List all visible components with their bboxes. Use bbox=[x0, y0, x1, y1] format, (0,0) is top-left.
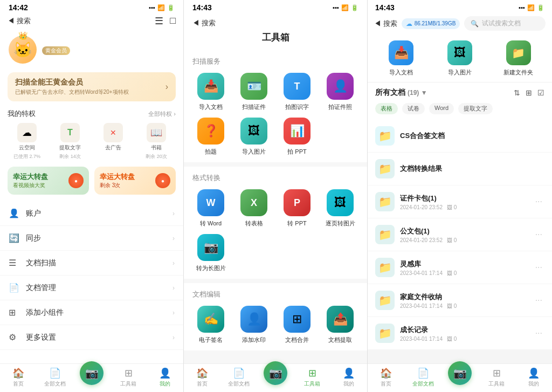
doc-item-family[interactable]: 📁 家庭文件收纳 2023-04-01 17:14 🖼 0 ··· bbox=[368, 284, 552, 317]
tool-photo-ppt[interactable]: 📊 拍 PPT bbox=[279, 118, 315, 156]
doc-list: 📁 CS合合签文档 📁 文档转换结果 📁 证件卡包(1) 2024-01-20 … bbox=[368, 120, 552, 363]
doc-item-official[interactable]: 📁 公文包(1) 2024-01-20 23:52 🖼 0 ··· bbox=[368, 218, 552, 251]
tool-to-ppt[interactable]: P 转 PPT bbox=[279, 189, 315, 228]
tab-mine-label-3: 我的 bbox=[528, 380, 539, 388]
doc-more-inspiration[interactable]: ··· bbox=[533, 260, 544, 274]
battery-icon: 🔋 bbox=[167, 4, 175, 11]
priv-label-books: 书籍 bbox=[151, 144, 162, 152]
wifi-icon: 📶 bbox=[157, 4, 165, 11]
tool-to-word[interactable]: W 转 Word bbox=[192, 189, 229, 228]
tool-merge[interactable]: ⊞ 文档合并 bbox=[279, 306, 315, 344]
tab-cam-btn-3[interactable]: 📷 bbox=[448, 361, 472, 385]
noad-icon: ✕ bbox=[104, 123, 123, 142]
qa-new-folder[interactable]: 📁 新建文件夹 bbox=[489, 40, 548, 77]
tab-home-label-3: 首页 bbox=[381, 380, 391, 388]
doc-item-cs[interactable]: 📁 CS合合签文档 bbox=[368, 120, 552, 152]
grid-icon[interactable]: ⊞ bbox=[526, 88, 532, 97]
tab-docs-3[interactable]: 📄 全部文档 bbox=[404, 367, 441, 388]
tool-to-img[interactable]: 🖼 逐页转图片 bbox=[322, 189, 358, 228]
doc-item-growth[interactable]: 📁 成长记录 2023-04-01 17:14 🖼 0 ··· bbox=[368, 317, 552, 349]
tab-tools-2[interactable]: ⊞ 工具箱 bbox=[294, 367, 330, 388]
status-icons-1: ▪▪▪ 📶 🔋 bbox=[149, 4, 175, 11]
home-icon-2: 🏠 bbox=[196, 367, 208, 379]
menu-item-settings[interactable]: ⚙ 更多设置 › bbox=[0, 325, 183, 350]
privilege-item-noad[interactable]: ✕ 去广告 bbox=[94, 123, 133, 160]
to-img-icon: 🖼 bbox=[327, 189, 354, 216]
tool-ocr[interactable]: T 拍图识字 bbox=[279, 73, 315, 111]
tab-mine-1[interactable]: 👤 我的 bbox=[147, 367, 183, 388]
doc-more-official[interactable]: ··· bbox=[533, 228, 544, 242]
tool-to-longimg[interactable]: 📷 转为长图片 bbox=[192, 234, 229, 272]
tool-to-excel[interactable]: X 转表格 bbox=[236, 189, 272, 228]
tab-tools-3[interactable]: ⊞ 工具箱 bbox=[478, 367, 515, 388]
arrow-icon-sync: › bbox=[172, 235, 175, 242]
status-icons-3: ▪▪▪ 📶 🔋 bbox=[519, 4, 544, 11]
menu-item-account[interactable]: 👤 账户 › bbox=[0, 201, 183, 226]
filter-tag-word[interactable]: Word bbox=[429, 103, 454, 114]
tab-home-2[interactable]: 🏠 首页 bbox=[184, 367, 220, 388]
menu-item-sync[interactable]: 🔄 同步 › bbox=[0, 226, 183, 251]
status-bar-3: 14:43 ▪▪▪ 📶 🔋 bbox=[368, 0, 552, 14]
tool-import-img[interactable]: 🖼 导入图片 bbox=[236, 118, 272, 156]
nav-back-1[interactable]: ◀ 搜索 bbox=[8, 16, 31, 26]
tool-scan-id[interactable]: 🪪 扫描证件 bbox=[236, 73, 272, 111]
privilege-item-books[interactable]: 📖 书籍 剩余 20次 bbox=[137, 123, 176, 160]
tool-photo-question[interactable]: ❓ 拍题 bbox=[192, 118, 229, 156]
filter-tag-extract[interactable]: 提取文字 bbox=[458, 103, 493, 114]
wifi-icon-2: 📶 bbox=[341, 4, 349, 11]
tab-home-3[interactable]: 🏠 首页 bbox=[368, 367, 404, 388]
sort-icon[interactable]: ⇅ bbox=[514, 88, 520, 97]
docs-title-text: 所有文档 bbox=[375, 88, 405, 98]
privilege-link[interactable]: 全部特权 › bbox=[148, 110, 176, 118]
select-icon[interactable]: ☑ bbox=[537, 88, 544, 97]
menu-item-manage[interactable]: 📄 文档管理 › bbox=[0, 276, 183, 300]
doc-more-family[interactable]: ··· bbox=[533, 293, 544, 307]
tab-home-1[interactable]: 🏠 首页 bbox=[0, 367, 37, 388]
chat-icon[interactable]: □ bbox=[170, 15, 176, 27]
tab-home-label-1: 首页 bbox=[13, 380, 24, 388]
tab-cam-btn-2[interactable]: 📷 bbox=[264, 361, 287, 385]
extract-icon: 📤 bbox=[327, 306, 354, 333]
doc-name-official: 公文包(1) bbox=[400, 226, 533, 236]
tab-mine-2[interactable]: 👤 我的 bbox=[330, 367, 367, 388]
tab-docs-1[interactable]: 📄 全部文档 bbox=[37, 367, 73, 388]
wheel-card-2[interactable]: 幸运大转盘 剩余 3次 ● bbox=[94, 167, 176, 195]
menu-item-scan[interactable]: ☰ 文档扫描 › bbox=[0, 251, 183, 276]
tools-icon-2: ⊞ bbox=[308, 367, 316, 379]
doc-more-id[interactable]: ··· bbox=[533, 195, 544, 209]
doc-more-growth[interactable]: ··· bbox=[533, 326, 544, 340]
profile-section: 👑 🐱 黄金会员 bbox=[0, 30, 183, 69]
tab-tools-1[interactable]: ⊞ 工具箱 bbox=[110, 367, 147, 388]
doc-name-growth: 成长记录 bbox=[400, 325, 533, 335]
cam-icon-3: 📷 bbox=[453, 367, 467, 380]
doc-item-convert[interactable]: 📁 文档转换结果 bbox=[368, 153, 552, 185]
doc-count-official: 🖼 0 bbox=[447, 237, 457, 243]
tab-mine-3[interactable]: 👤 我的 bbox=[515, 367, 552, 388]
filter-tag-table[interactable]: 表格 bbox=[375, 103, 398, 114]
settings-icon: ⚙ bbox=[9, 332, 20, 342]
tool-watermark[interactable]: 👤 添加水印 bbox=[236, 306, 272, 344]
to-excel-icon: X bbox=[240, 189, 267, 216]
tool-import-doc[interactable]: 📥 导入文档 bbox=[192, 73, 229, 111]
nav-back-2[interactable]: ◀ 搜索 bbox=[192, 18, 216, 28]
tab-mine-label-1: 我的 bbox=[160, 380, 170, 388]
tool-extract[interactable]: 📤 文档提取 bbox=[322, 306, 358, 344]
search-bar-3[interactable]: 🔍 试试搜索文档 bbox=[464, 16, 546, 31]
wheel-card-1[interactable]: 幸运大转盘 看视频抽大奖 ● bbox=[8, 167, 89, 195]
menu-icon[interactable]: ☰ bbox=[155, 15, 163, 27]
privilege-item-text[interactable]: T 提取文字 剩余 14次 bbox=[51, 123, 89, 160]
tool-id-photo[interactable]: 👤 拍证件照 bbox=[322, 73, 358, 111]
filter-tag-exam[interactable]: 试卷 bbox=[402, 103, 425, 114]
doc-item-id[interactable]: 📁 证件卡包(1) 2024-01-20 23:52 🖼 0 ··· bbox=[368, 185, 552, 218]
privilege-item-cloud[interactable]: ☁ 云空间 已使用 2.7% bbox=[8, 123, 46, 160]
qa-import-img[interactable]: 🖼 导入图片 bbox=[431, 40, 489, 77]
tab-cam-btn-1[interactable]: 📷 bbox=[80, 361, 104, 385]
doc-date-growth: 2023-04-01 17:14 bbox=[400, 336, 443, 342]
nav-back-3[interactable]: ◀ 搜索 bbox=[374, 19, 397, 29]
tab-docs-2[interactable]: 📄 全部文档 bbox=[220, 367, 257, 388]
qa-import-doc[interactable]: 📥 导入文档 bbox=[372, 40, 431, 77]
doc-item-inspiration[interactable]: 📁 灵感库 2023-04-01 17:14 🖼 0 ··· bbox=[368, 251, 552, 284]
menu-item-widget[interactable]: ⊞ 添加小组件 › bbox=[0, 300, 183, 325]
tool-sign[interactable]: ✍ 电子签名 bbox=[192, 306, 229, 344]
vip-banner[interactable]: 扫描全能王黄金会员 已解锁无广告去水印、文档转Word等20+项特权 › bbox=[8, 72, 176, 101]
